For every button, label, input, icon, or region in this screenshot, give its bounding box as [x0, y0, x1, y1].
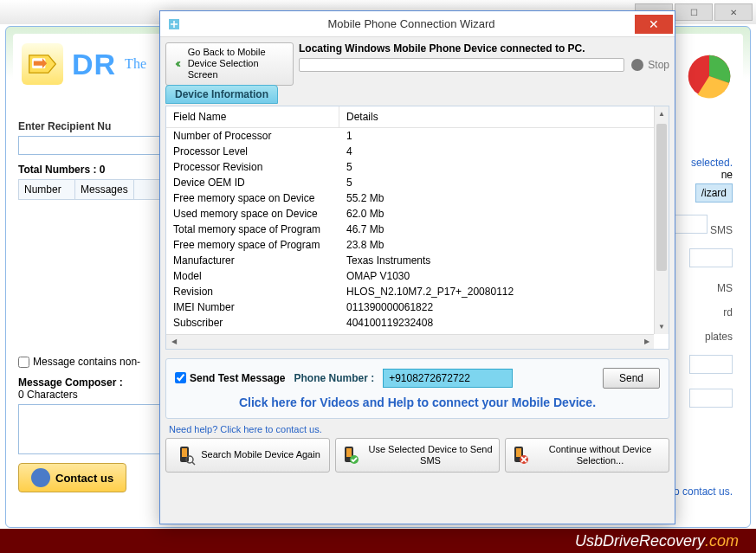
- grid-row[interactable]: Subscriber404100119232408: [166, 315, 669, 331]
- send-test-label: Send Test Message: [190, 372, 285, 384]
- scroll-thumb[interactable]: [656, 124, 667, 271]
- grid-cell-field: IMEI Number: [166, 299, 339, 315]
- stop-icon: [631, 59, 643, 71]
- go-back-button[interactable]: Go Back to Mobile Device Selection Scree…: [165, 42, 294, 86]
- grid-vscrollbar[interactable]: ▲ ▼: [654, 106, 669, 334]
- grid-cell-field: Revision: [166, 284, 339, 299]
- send-test-panel: Send Test Message Phone Number : Send Cl…: [165, 358, 669, 419]
- send-test-checkbox-row[interactable]: Send Test Message: [175, 372, 285, 384]
- grid-cell-details: 23.8 Mb: [339, 237, 669, 253]
- bg-maximize-button[interactable]: ☐: [675, 3, 713, 21]
- svg-rect-5: [182, 448, 187, 457]
- brand-logo-icon: [22, 43, 63, 85]
- url-main: UsbDriveRecovery: [575, 532, 705, 550]
- grid-cell-details: OMAP V1030: [339, 268, 669, 284]
- grid-row[interactable]: Processor Revision5: [166, 159, 669, 175]
- grid-cell-details: HLOS_N2.10M7.2_P17+_20080112: [339, 284, 669, 299]
- grid-row[interactable]: Device OEM ID5: [166, 175, 669, 190]
- recipient-input[interactable]: [18, 136, 165, 155]
- stop-button[interactable]: Stop: [631, 59, 669, 71]
- dialog-titlebar: Mobile Phone Connection Wizard ✕: [160, 11, 675, 37]
- grid-cell-details: 011390000061822: [339, 299, 669, 315]
- scroll-up-icon[interactable]: ▲: [655, 106, 669, 121]
- col-message: Messages: [75, 180, 134, 199]
- grid-row[interactable]: Free memory space on Device55.2 Mb: [166, 190, 669, 206]
- continue-without-button[interactable]: Continue without Device Selection...: [505, 438, 669, 473]
- grid-cell-field: Device OEM ID: [166, 175, 339, 190]
- grid-cell-details: 404100119232408: [339, 315, 669, 331]
- dialog-icon: [167, 17, 181, 31]
- right-combo-2[interactable]: [689, 248, 733, 267]
- search-device-button[interactable]: Search Mobile Device Again: [165, 438, 330, 473]
- grid-row[interactable]: Free memory space of Program23.8 Mb: [166, 237, 669, 253]
- composer-textarea[interactable]: [18, 404, 165, 454]
- grid-cell-field: Processor Level: [166, 144, 339, 159]
- use-device-label: Use Selected Device to Send SMS: [365, 444, 495, 466]
- videos-help-link[interactable]: Click here for Videos and Help to connec…: [175, 395, 660, 409]
- svg-rect-12: [516, 448, 521, 457]
- svg-line-7: [192, 462, 195, 465]
- grid-row[interactable]: ManufacturerTexas Instruments: [166, 253, 669, 268]
- pie-chart-icon: [686, 53, 733, 100]
- grid-cell-field: Free memory space on Device: [166, 190, 339, 206]
- right-combo-4[interactable]: [689, 389, 733, 408]
- grid-cell-details: 5: [339, 159, 669, 175]
- grid-col-details[interactable]: Details: [339, 106, 669, 127]
- dialog-close-button[interactable]: ✕: [635, 15, 673, 34]
- grid-cell-field: Processor Revision: [166, 159, 339, 175]
- phone-number-label: Phone Number :: [294, 372, 374, 384]
- scroll-right-icon[interactable]: ▶: [639, 335, 654, 349]
- grid-cell-field: Number of Processor: [166, 128, 339, 144]
- dialog-title: Mobile Phone Connection Wizard: [188, 17, 635, 30]
- send-test-checkbox[interactable]: [175, 372, 186, 383]
- grid-row[interactable]: Processor Level4: [166, 144, 669, 159]
- grid-cell-details: 62.0 Mb: [339, 206, 669, 222]
- grid-cell-details: 46.7 Mb: [339, 222, 669, 237]
- phone-cancel-icon: [509, 445, 530, 466]
- phone-check-icon: [339, 445, 360, 466]
- grid-row[interactable]: ModelOMAP V1030: [166, 268, 669, 284]
- scroll-down-icon[interactable]: ▼: [655, 319, 669, 334]
- grid-cell-details: 1: [339, 128, 669, 144]
- send-button[interactable]: Send: [603, 368, 660, 389]
- bg-close-button[interactable]: ✕: [714, 3, 753, 21]
- search-device-label: Search Mobile Device Again: [201, 449, 320, 460]
- contact-us-button[interactable]: Contact us: [18, 463, 126, 492]
- avatar-icon: [31, 468, 50, 487]
- go-back-label: Go Back to Mobile Device Selection Scree…: [188, 47, 286, 81]
- grid-cell-field: Subscriber: [166, 315, 339, 331]
- grid-hscrollbar[interactable]: ◀ ▶: [166, 334, 654, 349]
- grid-col-field[interactable]: Field Name: [166, 106, 339, 127]
- connection-wizard-dialog: Mobile Phone Connection Wizard ✕ Go Back…: [159, 10, 675, 524]
- svg-rect-9: [346, 448, 352, 457]
- back-arrow-icon: [173, 55, 183, 73]
- url-com: .com: [705, 532, 739, 550]
- scroll-left-icon[interactable]: ◀: [166, 335, 181, 349]
- nonenglish-checkbox[interactable]: [18, 357, 29, 368]
- device-info-tab[interactable]: Device Information: [165, 85, 278, 104]
- use-device-button[interactable]: Use Selected Device to Send SMS: [335, 438, 500, 473]
- grid-cell-field: Total memory space of Program: [166, 222, 339, 237]
- phone-number-input[interactable]: [383, 369, 513, 388]
- nonenglish-label: Message contains non-: [33, 356, 140, 368]
- grid-cell-details: 5: [339, 175, 669, 190]
- grid-cell-field: Free memory space of Program: [166, 237, 339, 253]
- right-combo-3[interactable]: [689, 355, 733, 374]
- url-bar: UsbDriveRecovery.com: [0, 529, 756, 553]
- grid-cell-details: Texas Instruments: [339, 253, 669, 268]
- grid-row[interactable]: Total memory space of Program46.7 Mb: [166, 222, 669, 237]
- col-number: Number: [19, 180, 75, 199]
- grid-row[interactable]: Used memory space on Device62.0 Mb: [166, 206, 669, 222]
- right-wizard-button[interactable]: /izard: [695, 183, 733, 203]
- grid-row[interactable]: Number of Processor1: [166, 128, 669, 144]
- brand-title: DR: [72, 48, 116, 81]
- grid-row[interactable]: IMEI Number011390000061822: [166, 299, 669, 315]
- grid-cell-details: 55.2 Mb: [339, 190, 669, 206]
- grid-cell-details: 4: [339, 144, 669, 159]
- device-info-grid: Field Name Details Number of Processor1P…: [165, 106, 669, 350]
- grid-row[interactable]: RevisionHLOS_N2.10M7.2_P17+_20080112: [166, 284, 669, 299]
- dialog-need-help-link[interactable]: Need help? Click here to contact us.: [169, 424, 669, 434]
- locating-label: Locating Windows Mobile Phone Device con…: [299, 42, 669, 55]
- grid-cell-field: Used memory space on Device: [166, 206, 339, 222]
- stop-label: Stop: [648, 59, 669, 71]
